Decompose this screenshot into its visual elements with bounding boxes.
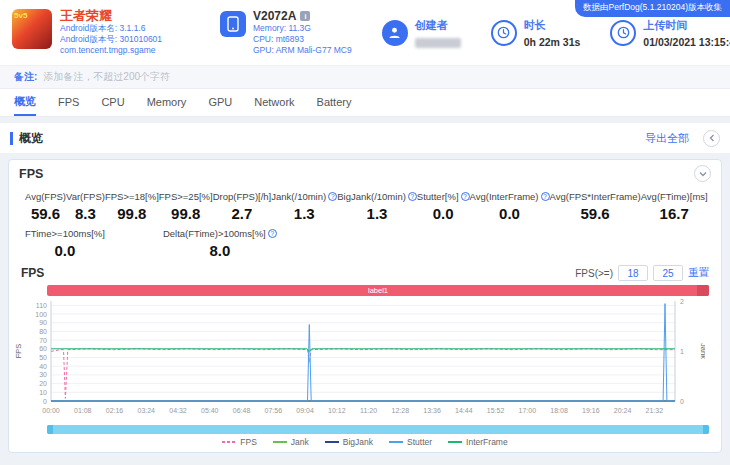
svg-text:19:16: 19:16 (582, 407, 600, 414)
svg-text:1: 1 (680, 348, 684, 355)
metric-label: FPS>=18[%] (105, 191, 159, 202)
device-section: V2072A i Memory: 11.3GCPU: mt6893GPU: AR… (220, 9, 352, 56)
metric-item: Jank(/10min)?1.3 (271, 191, 337, 222)
phone-icon (220, 11, 246, 37)
svg-text:21:32: 21:32 (646, 407, 664, 414)
metric-value: 8.3 (75, 205, 96, 222)
metric-value: 2.7 (232, 205, 253, 222)
series-fps (51, 349, 675, 399)
metric-value: 0.0 (55, 242, 76, 259)
metric-value: 16.7 (660, 205, 689, 222)
metrics-row-1: Avg(FPS)59.6Var(FPS)8.3FPS>=18[%]99.8FPS… (9, 185, 721, 224)
info-icon[interactable]: ? (408, 192, 417, 201)
metric-item: FPS>=18[%]99.8 (105, 191, 159, 222)
legend-item-stutter[interactable]: Stutter (389, 437, 432, 447)
svg-text:07:56: 07:56 (265, 407, 283, 414)
fps-panel-collapse-button[interactable] (694, 165, 711, 182)
fps-chart-area[interactable]: 010203040506070809010011001200:0001:0802… (9, 297, 721, 423)
metric-label: BigJank(/10min)? (337, 191, 417, 202)
note-placeholder: 添加备注，不超过200个字符 (43, 70, 170, 84)
legend-label: InterFrame (466, 437, 508, 447)
game-icon: 5v5 (12, 9, 52, 49)
chart-brush-scrollbar[interactable] (47, 425, 709, 434)
svg-text:11:20: 11:20 (360, 407, 377, 414)
chart-label-banner[interactable]: label1 (47, 285, 709, 296)
game-info: 王者荣耀 Android版本名: 3.1.1.6Android版本号: 3010… (60, 9, 162, 56)
metric-item: Avg(FTime)[ms]16.7 (641, 191, 708, 222)
metric-value: 1.3 (367, 205, 388, 222)
fps-panel-header: FPS (9, 160, 721, 185)
info-icon[interactable]: ? (268, 229, 277, 238)
metric-value: 99.8 (117, 205, 146, 222)
fps-threshold-input-2[interactable] (653, 265, 683, 281)
tab-fps[interactable]: FPS (58, 89, 79, 116)
metric-label: FTime>=100ms[%] (25, 228, 105, 239)
device-lines-item: Memory: 11.3G (253, 23, 352, 34)
svg-text:10:12: 10:12 (328, 407, 346, 414)
metric-value: 59.6 (581, 205, 610, 222)
metric-label: Drop(FPS)[/h] (213, 191, 272, 202)
upload-time-section: 上传时间 01/03/2021 13:15:44 (610, 18, 730, 48)
metric-label: Delta(FTime)>100ms[%]? (163, 228, 277, 239)
svg-text:14:44: 14:44 (455, 407, 473, 414)
fps-threshold-input-1[interactable] (618, 265, 648, 281)
legend-label: FPS (240, 437, 257, 447)
legend-item-interframe[interactable]: InterFrame (448, 437, 508, 447)
section-collapse-button[interactable] (703, 130, 720, 147)
svg-text:20: 20 (39, 380, 47, 387)
legend-label: Stutter (407, 437, 432, 447)
info-icon[interactable]: ? (541, 192, 550, 201)
svg-text:70: 70 (39, 337, 47, 344)
metric-value: 0.0 (499, 205, 520, 222)
chart-label-banner-text: label1 (368, 286, 388, 295)
fps-chart-header: FPS FPS(>=) 重置 (9, 261, 721, 283)
metric-item: Delta(FTime)>100ms[%]?8.0 (163, 228, 277, 259)
upload-time-value: 01/03/2021 13:15:44 (643, 36, 730, 48)
svg-text:20:24: 20:24 (614, 407, 632, 414)
legend-item-bigjank[interactable]: BigJank (325, 437, 373, 447)
export-all-link[interactable]: 导出全部 (645, 131, 689, 146)
svg-text:50: 50 (39, 354, 47, 361)
svg-text:110: 110 (36, 302, 47, 309)
info-icon[interactable]: ? (461, 192, 470, 201)
series-stutter (51, 304, 675, 401)
overview-section-bar: 概览 导出全部 (0, 123, 730, 153)
tab-memory[interactable]: Memory (147, 89, 187, 116)
duration-value: 0h 22m 31s (524, 36, 581, 48)
metric-item: Avg(FPS*InterFrame)59.6 (550, 191, 641, 222)
tab-gpu[interactable]: GPU (208, 89, 232, 116)
fps-panel: FPS Avg(FPS)59.6Var(FPS)8.3FPS>=18[%]99.… (8, 159, 722, 453)
creator-section: 创建者 (382, 18, 461, 48)
legend-item-fps[interactable]: FPS (222, 437, 257, 447)
metric-value: 59.6 (31, 205, 60, 222)
metric-label: FPS>=25[%] (159, 191, 213, 202)
game-version-lines-item: Android版本号: 301010601 (60, 34, 162, 45)
metric-item: FPS>=25[%]99.8 (159, 191, 213, 222)
tab-概览[interactable]: 概览 (14, 89, 36, 116)
upload-time-label: 上传时间 (643, 18, 730, 32)
chart-legend: FPSJankBigJankStutterInterFrame (9, 434, 721, 448)
legend-label: Jank (291, 437, 309, 447)
svg-text:90: 90 (39, 319, 47, 326)
tab-cpu[interactable]: CPU (101, 89, 124, 116)
legend-mark (448, 441, 462, 443)
svg-text:100: 100 (35, 311, 47, 318)
reset-button[interactable]: 重置 (688, 266, 709, 280)
metric-label: Var(FPS) (66, 191, 105, 202)
tab-battery[interactable]: Battery (317, 89, 352, 116)
fps-chart-svg[interactable]: 010203040506070809010011001200:0001:0802… (13, 297, 705, 419)
svg-text:18:08: 18:08 (550, 407, 568, 414)
creator-name (415, 38, 461, 48)
header: 5v5 王者荣耀 Android版本名: 3.1.1.6Android版本号: … (0, 0, 730, 66)
svg-text:01:08: 01:08 (74, 407, 92, 414)
metric-item: Avg(FPS)59.6 (25, 191, 66, 222)
game-name: 王者荣耀 (60, 9, 162, 23)
svg-text:2: 2 (680, 298, 684, 305)
device-info-badge[interactable]: i (300, 11, 310, 21)
svg-text:80: 80 (39, 328, 47, 335)
metric-label: Jank(/10min)? (271, 191, 337, 202)
info-icon[interactable]: ? (328, 192, 337, 201)
note-input[interactable]: 备注: 添加备注，不超过200个字符 (0, 66, 730, 89)
legend-item-jank[interactable]: Jank (273, 437, 309, 447)
tab-network[interactable]: Network (254, 89, 294, 116)
